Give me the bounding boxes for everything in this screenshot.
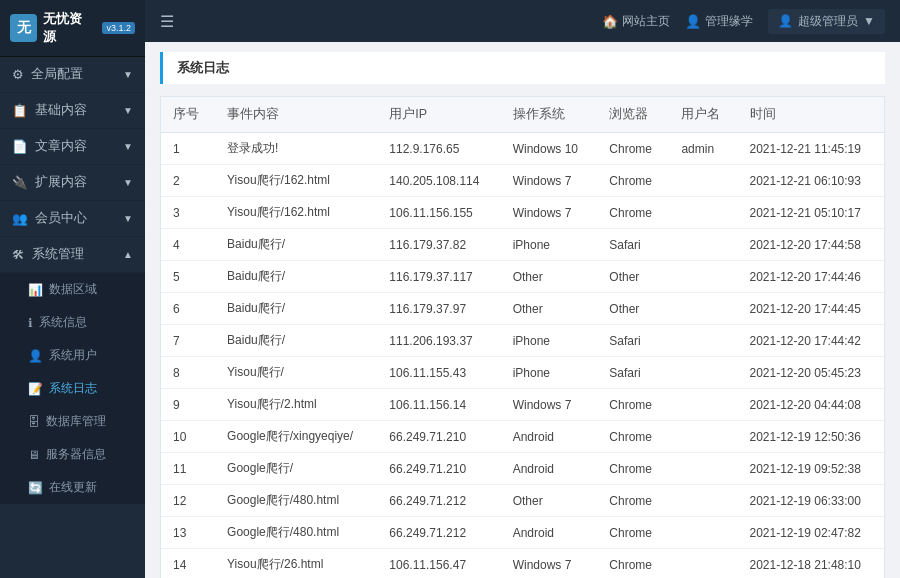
cell-browser: Other <box>597 293 669 325</box>
cell-id: 14 <box>161 549 215 579</box>
sidebar: 无 无忧资源 v3.1.2 ⚙ 全局配置 ▼ 📋 基础内容 ▼ 📄 文章内容 ▼… <box>0 0 145 578</box>
table-header-row: 序号 事件内容 用户IP 操作系统 浏览器 用户名 时间 <box>161 97 884 133</box>
col-event: 事件内容 <box>215 97 377 133</box>
website-home-link[interactable]: 🏠 网站主页 <box>602 13 670 30</box>
cell-os: Windows 7 <box>501 549 598 579</box>
sidebar-label-global-config: 全局配置 <box>31 66 83 83</box>
cell-ip: 116.179.37.117 <box>377 261 500 293</box>
table-row: 13 Google爬行/480.html 66.249.71.212 Andro… <box>161 517 884 549</box>
cell-browser: Chrome <box>597 133 669 165</box>
chevron-down-icon: ▼ <box>863 14 875 28</box>
cell-event: Baidu爬行/ <box>215 229 377 261</box>
cell-time: 2021-12-19 02:47:82 <box>738 517 885 549</box>
cell-os: Android <box>501 517 598 549</box>
cell-id: 2 <box>161 165 215 197</box>
cell-browser: Safari <box>597 229 669 261</box>
website-home-label: 网站主页 <box>622 13 670 30</box>
cell-event: Baidu爬行/ <box>215 261 377 293</box>
cell-os: Other <box>501 293 598 325</box>
page-title: 系统日志 <box>160 52 885 84</box>
table-row: 11 Google爬行/ 66.249.71.210 Android Chrom… <box>161 453 884 485</box>
cell-time: 2021-12-19 09:52:38 <box>738 453 885 485</box>
sidebar-item-system-info[interactable]: ℹ 系统信息 <box>0 306 145 339</box>
sidebar-label-db-manage: 数据库管理 <box>46 413 106 430</box>
cell-browser: Chrome <box>597 389 669 421</box>
sidebar-item-system-manage[interactable]: 🛠 系统管理 ▲ <box>0 237 145 273</box>
table-row: 4 Baidu爬行/ 116.179.37.82 iPhone Safari 2… <box>161 229 884 261</box>
cell-id: 13 <box>161 517 215 549</box>
sidebar-item-system-users[interactable]: 👤 系统用户 <box>0 339 145 372</box>
user-avatar-icon: 👤 <box>778 14 793 28</box>
cell-ip: 106.11.156.14 <box>377 389 500 421</box>
cell-os: Windows 10 <box>501 133 598 165</box>
chevron-down-icon: ▼ <box>123 213 133 224</box>
cell-time: 2021-12-20 17:44:42 <box>738 325 885 357</box>
cell-browser: Safari <box>597 325 669 357</box>
user-menu[interactable]: 👤 超级管理员 ▼ <box>768 9 885 34</box>
global-config-icon: ⚙ <box>12 67 24 82</box>
cell-ip: 140.205.108.114 <box>377 165 500 197</box>
cell-browser: Chrome <box>597 517 669 549</box>
cell-id: 5 <box>161 261 215 293</box>
cell-time: 2021-12-21 11:45:19 <box>738 133 885 165</box>
cell-time: 2021-12-19 06:33:00 <box>738 485 885 517</box>
manager-link[interactable]: 👤 管理缘学 <box>685 13 753 30</box>
cell-event: Google爬行/480.html <box>215 485 377 517</box>
system-info-icon: ℹ <box>28 316 33 330</box>
table-row: 2 Yisou爬行/162.html 140.205.108.114 Windo… <box>161 165 884 197</box>
sidebar-item-extend-content[interactable]: 🔌 扩展内容 ▼ <box>0 165 145 201</box>
cell-id: 8 <box>161 357 215 389</box>
cell-user <box>669 357 737 389</box>
chevron-down-icon: ▼ <box>123 105 133 116</box>
cell-os: Other <box>501 261 598 293</box>
cell-user <box>669 293 737 325</box>
cell-id: 11 <box>161 453 215 485</box>
system-users-icon: 👤 <box>28 349 43 363</box>
sidebar-item-online-update[interactable]: 🔄 在线更新 <box>0 471 145 504</box>
table-row: 3 Yisou爬行/162.html 106.11.156.155 Window… <box>161 197 884 229</box>
sidebar-item-data-area[interactable]: 📊 数据区域 <box>0 273 145 306</box>
cell-user: admin <box>669 133 737 165</box>
cell-ip: 112.9.176.65 <box>377 133 500 165</box>
col-browser: 浏览器 <box>597 97 669 133</box>
cell-ip: 111.206.193.37 <box>377 325 500 357</box>
cell-time: 2021-12-20 17:44:46 <box>738 261 885 293</box>
cell-time: 2021-12-20 04:44:08 <box>738 389 885 421</box>
sidebar-item-server-info[interactable]: 🖥 服务器信息 <box>0 438 145 471</box>
user-label: 超级管理员 <box>798 13 858 30</box>
sidebar-item-system-logs[interactable]: 📝 系统日志 <box>0 372 145 405</box>
cell-browser: Chrome <box>597 421 669 453</box>
cell-user <box>669 453 737 485</box>
topbar-right: 🏠 网站主页 👤 管理缘学 👤 超级管理员 ▼ <box>602 9 885 34</box>
cell-os: Other <box>501 485 598 517</box>
hamburger-icon[interactable]: ☰ <box>160 12 174 31</box>
cell-os: iPhone <box>501 325 598 357</box>
sidebar-logo: 无 无忧资源 v3.1.2 <box>0 0 145 57</box>
cell-event: Google爬行/ <box>215 453 377 485</box>
log-table: 序号 事件内容 用户IP 操作系统 浏览器 用户名 时间 1 登录成功! 112… <box>161 97 884 578</box>
col-user: 用户名 <box>669 97 737 133</box>
cell-ip: 66.249.71.210 <box>377 421 500 453</box>
sidebar-item-member-center[interactable]: 👥 会员中心 ▼ <box>0 201 145 237</box>
cell-browser: Safari <box>597 357 669 389</box>
sidebar-item-global-config[interactable]: ⚙ 全局配置 ▼ <box>0 57 145 93</box>
table-row: 9 Yisou爬行/2.html 106.11.156.14 Windows 7… <box>161 389 884 421</box>
cell-event: Yisou爬行/2.html <box>215 389 377 421</box>
cell-ip: 66.249.71.212 <box>377 485 500 517</box>
cell-ip: 106.11.155.43 <box>377 357 500 389</box>
cell-id: 9 <box>161 389 215 421</box>
log-table-container: 序号 事件内容 用户IP 操作系统 浏览器 用户名 时间 1 登录成功! 112… <box>160 96 885 578</box>
cell-event: Yisou爬行/162.html <box>215 165 377 197</box>
table-row: 1 登录成功! 112.9.176.65 Windows 10 Chrome a… <box>161 133 884 165</box>
sidebar-label-basic-content: 基础内容 <box>35 102 87 119</box>
sidebar-item-article-content[interactable]: 📄 文章内容 ▼ <box>0 129 145 165</box>
cell-time: 2021-12-21 06:10:93 <box>738 165 885 197</box>
col-ip: 用户IP <box>377 97 500 133</box>
system-logs-icon: 📝 <box>28 382 43 396</box>
sidebar-item-db-manage[interactable]: 🗄 数据库管理 <box>0 405 145 438</box>
cell-event: Yisou爬行/162.html <box>215 197 377 229</box>
table-row: 7 Baidu爬行/ 111.206.193.37 iPhone Safari … <box>161 325 884 357</box>
cell-user <box>669 165 737 197</box>
sidebar-item-basic-content[interactable]: 📋 基础内容 ▼ <box>0 93 145 129</box>
cell-time: 2021-12-21 05:10:17 <box>738 197 885 229</box>
